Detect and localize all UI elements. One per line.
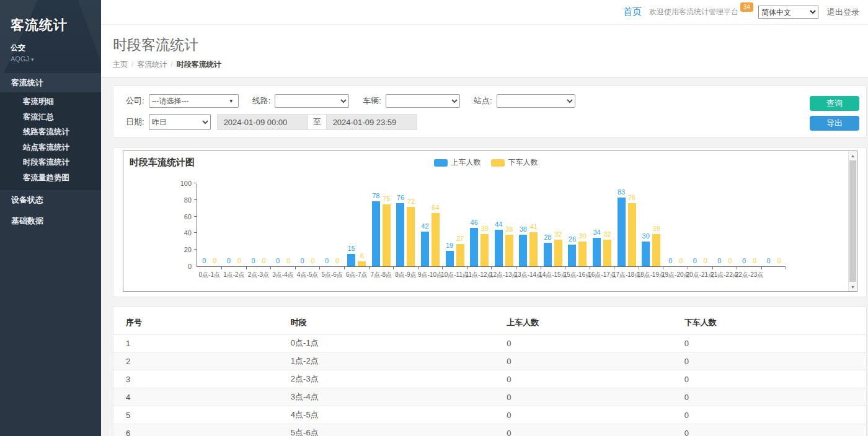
sidebar-item[interactable]: 客流量趋势图 — [0, 170, 101, 186]
table-cell: 3点-4点 — [278, 388, 494, 406]
bar-value-label: 19 — [446, 242, 453, 249]
breadcrumb-link[interactable]: 主页 — [113, 60, 128, 69]
chart-category: 303918点-19点 — [639, 184, 663, 266]
export-button[interactable]: 导出 — [810, 116, 859, 131]
sidebar-menu: 客流统计客流明细客流汇总线路客流统计站点客流统计时段客流统计客流量趋势图设备状态… — [0, 73, 101, 232]
bar-value-label: 78 — [372, 193, 379, 199]
chart-category: 0023点-24点 — [761, 184, 786, 266]
date-to-input[interactable] — [326, 114, 417, 130]
boarding-bar — [446, 251, 454, 266]
chevron-down-icon: ▾ — [31, 56, 34, 63]
bar-value-label: 30 — [642, 233, 650, 240]
alighting-bar — [383, 204, 391, 267]
boarding-bar — [470, 228, 478, 266]
bar-value-label: 32 — [603, 231, 611, 238]
x-axis-label: 11点-12点 — [466, 271, 494, 279]
chart-category: 283214点-15点 — [541, 184, 565, 266]
sidebar-item[interactable]: 线路客流统计 — [0, 124, 101, 140]
boarding-bar — [519, 235, 527, 266]
x-axis-label: 7点-8点 — [371, 271, 392, 279]
table-cell: 1 — [113, 334, 278, 352]
scrollbar-down-arrow-icon[interactable]: ▼ — [849, 282, 857, 291]
scrollbar-up-arrow-icon[interactable]: ▲ — [849, 151, 857, 160]
table-cell: 0点-1点 — [278, 334, 494, 352]
chart-category: 1566点-7点 — [344, 184, 369, 266]
vehicle-filter: 车辆: — [363, 94, 460, 108]
sidebar-section[interactable]: 客流统计 — [0, 73, 101, 92]
bar-value-label: 0 — [227, 258, 231, 264]
bar-value-label: 0 — [286, 258, 290, 264]
alighting-bar — [554, 240, 562, 266]
bar-value-label: 0 — [301, 258, 304, 264]
x-axis-label: 2点-3点 — [248, 271, 269, 279]
bar-value-label: 0 — [742, 258, 746, 264]
vehicle-select[interactable] — [386, 94, 460, 108]
bar-value-label: 0 — [693, 258, 697, 264]
table-row: 65点-6点00 — [113, 424, 866, 436]
welcome-text: 欢迎使用客流统计管理平台 — [649, 7, 738, 17]
table-cell: 4 — [113, 388, 278, 406]
chart-category: 002点-3点 — [246, 184, 271, 266]
table-cell: 5点-6点 — [278, 424, 494, 436]
table-column-header: 序号 — [113, 313, 278, 334]
filter-row-2: 日期: 昨日 至 — [126, 114, 866, 130]
table-cell: 6 — [113, 424, 278, 436]
table-cell: 4点-5点 — [278, 406, 494, 424]
boarding-bar — [642, 242, 650, 266]
chart-category: 76728点-9点 — [394, 184, 418, 266]
page-title: 时段客流统计 — [113, 35, 868, 54]
boarding-bar — [347, 254, 355, 266]
org-switcher[interactable]: AQGJ▾ — [11, 55, 101, 63]
bar-value-label: 30 — [579, 233, 587, 240]
y-tick-label: 60 — [173, 213, 192, 220]
home-link[interactable]: 首页 — [623, 6, 642, 18]
bar-value-label: 0 — [335, 258, 339, 264]
chart-category: 343216点-17点 — [590, 184, 614, 266]
sidebar-section[interactable]: 设备状态 — [0, 190, 101, 211]
table-panel: 序号时段上车人数下车人数 10点-1点0021点-2点0032点-3点0043点… — [113, 307, 867, 436]
bar-value-label: 72 — [407, 198, 415, 205]
x-axis-label: 3点-4点 — [272, 271, 293, 279]
scrollbar-thumb[interactable] — [849, 160, 856, 282]
time-period-table: 序号时段上车人数下车人数 10点-1点0021点-2点0032点-3点0043点… — [113, 313, 866, 436]
sidebar-submenu: 客流明细客流汇总线路客流统计站点客流统计时段客流统计客流量趋势图 — [0, 92, 101, 190]
line-select[interactable] — [275, 94, 349, 108]
boarding-bar — [421, 232, 429, 266]
date-from-input[interactable] — [217, 114, 308, 130]
sidebar-item[interactable]: 时段客流统计 — [0, 155, 101, 170]
x-axis-label: 1点-2点 — [223, 271, 244, 279]
alighting-bar — [578, 242, 587, 266]
chart-vertical-scrollbar[interactable]: ▲ ▼ — [848, 151, 857, 291]
chart-legend: 上车人数下车人数 — [123, 157, 848, 168]
table-cell: 0 — [672, 388, 866, 406]
notification-badge: 34 — [740, 2, 753, 12]
table-column-header: 时段 — [278, 313, 494, 334]
table-row: 32点-3点00 — [113, 370, 866, 388]
sidebar-item[interactable]: 客流明细 — [0, 94, 101, 110]
date-preset-select[interactable]: 昨日 — [149, 114, 211, 130]
x-axis-label: 5点-6点 — [321, 271, 342, 279]
chart-category: 463911点-12点 — [467, 184, 492, 266]
logout-link[interactable]: 退出登录 — [827, 7, 859, 18]
company-select[interactable]: ---请选择--- — [149, 94, 239, 108]
station-select[interactable] — [497, 94, 575, 108]
bar-value-label: 0 — [668, 258, 672, 264]
sidebar-section[interactable]: 基础数据 — [0, 211, 101, 232]
chart-container: 时段车流统计图 上车人数下车人数 020406080100000点-1点001点… — [123, 150, 857, 292]
x-axis-label: 10点-11点 — [441, 271, 469, 279]
language-select[interactable]: 简体中文 — [758, 6, 818, 19]
chart-category: 000点-1点 — [197, 184, 222, 266]
table-header: 序号时段上车人数下车人数 — [113, 313, 866, 334]
query-button[interactable]: 查询 — [810, 96, 859, 111]
table-cell: 0 — [494, 424, 672, 436]
table-cell: 0 — [494, 388, 672, 406]
sidebar-item[interactable]: 站点客流统计 — [0, 140, 101, 155]
boarding-bar — [568, 245, 576, 266]
breadcrumb: 主页/客流统计/时段客流统计 — [113, 59, 868, 70]
alighting-bar — [358, 261, 366, 266]
bar-value-label: 0 — [262, 258, 265, 264]
table-cell: 0 — [672, 370, 866, 388]
sidebar-item[interactable]: 客流汇总 — [0, 110, 101, 125]
breadcrumb-link[interactable]: 客流统计 — [137, 60, 167, 69]
table-cell: 2 — [113, 352, 278, 370]
